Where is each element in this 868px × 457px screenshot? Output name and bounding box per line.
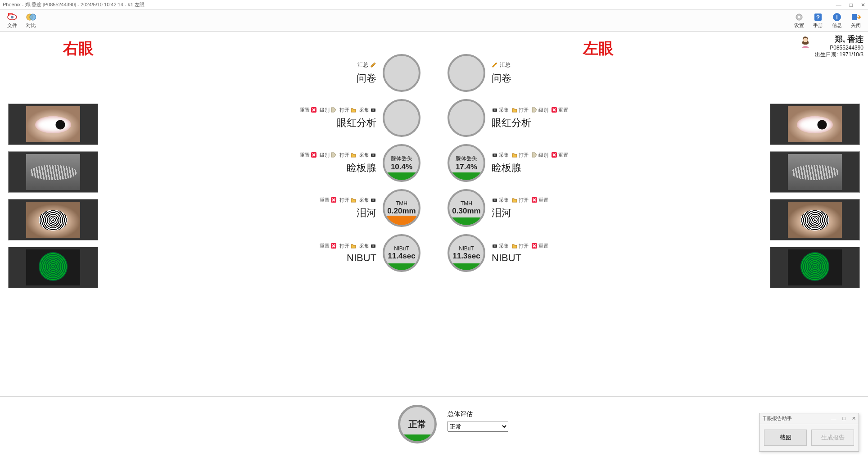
screenshot-button[interactable]: 截图: [764, 430, 807, 446]
medal-value: 17.4%: [456, 163, 477, 172]
medal-value: 11.4sec: [388, 252, 415, 261]
pencil-icon[interactable]: [492, 62, 498, 68]
capture-button[interactable]: 采集: [359, 197, 376, 204]
grade-button[interactable]: 级别: [320, 107, 337, 113]
medal-value: 0.30mm: [452, 207, 480, 216]
test-name: 泪河: [492, 206, 511, 220]
close-button[interactable]: 关闭: [846, 11, 865, 31]
generate-report-button[interactable]: 生成报告: [811, 430, 854, 446]
window-max-icon[interactable]: □: [850, 2, 853, 8]
medal-redness-left[interactable]: [448, 99, 485, 137]
thumb-meibomian-left[interactable]: [770, 151, 860, 193]
open-button[interactable]: 打开: [339, 197, 357, 204]
helper-window: 干眼报告助手 — □ ✕ 截图 生成报告: [759, 413, 859, 452]
row-nibut: 重置 打开 采集 NIBUT NiBuT 11.4sec NiBuT 11.3s…: [194, 234, 674, 272]
camera-icon: [370, 243, 376, 249]
reset-button[interactable]: 重置: [300, 152, 317, 158]
reset-button[interactable]: 重置: [551, 152, 568, 158]
capture-button[interactable]: 采集: [492, 197, 509, 204]
actions-redness-right: 重置 级别 打开 采集: [300, 107, 376, 113]
patient-info: 郑, 香连 P0855244390 出生日期: 1971/10/3: [815, 34, 863, 59]
reset-button[interactable]: 重置: [320, 243, 337, 249]
actions-tearriver-right: 重置 打开 采集: [320, 197, 376, 204]
left-thumbnails: [770, 104, 860, 288]
compare-button[interactable]: 对比: [22, 11, 41, 31]
medal-questionnaire-right[interactable]: [383, 54, 420, 92]
folder-icon: [350, 197, 357, 203]
medal-nibut-left[interactable]: NiBuT 11.3sec: [448, 234, 485, 272]
open-button[interactable]: 打开: [339, 243, 357, 249]
medal-tearriver-right[interactable]: TMH 0.20mm: [383, 189, 420, 227]
actions-nibut-right: 重置 打开 采集: [320, 243, 376, 249]
svg-point-19: [494, 109, 496, 111]
open-button[interactable]: 打开: [339, 107, 357, 113]
capture-button[interactable]: 采集: [359, 243, 376, 249]
overall-medal[interactable]: 正常: [398, 405, 437, 443]
overall-select[interactable]: 正常: [448, 421, 508, 432]
window-close-icon[interactable]: ✕: [861, 2, 865, 8]
thumb-meibomian-right[interactable]: [8, 151, 98, 193]
patient-name: 郑, 香连: [815, 34, 863, 45]
reset-button[interactable]: 重置: [531, 197, 548, 204]
tag-icon: [531, 152, 538, 158]
thumb-tearriver-right[interactable]: [8, 199, 98, 240]
svg-point-35: [372, 245, 374, 247]
capture-button[interactable]: 采集: [492, 243, 509, 249]
x-icon: [311, 107, 317, 113]
file-button[interactable]: CH 文件: [3, 11, 22, 31]
grade-button[interactable]: 级别: [531, 152, 548, 158]
overall-label: 总体评估: [448, 410, 508, 418]
capture-button[interactable]: 采集: [359, 152, 376, 158]
helper-close-icon[interactable]: ✕: [852, 416, 856, 421]
medal-caption: 腺体丢失: [456, 155, 477, 163]
open-button[interactable]: 打开: [339, 152, 357, 158]
svg-point-29: [372, 199, 374, 201]
medal-questionnaire-left[interactable]: [448, 54, 485, 92]
overall-medal-value: 正常: [408, 418, 426, 430]
helper-min-icon[interactable]: —: [831, 416, 836, 421]
close-label: 关闭: [851, 22, 861, 29]
svg-text:i: i: [836, 14, 838, 21]
window-min-icon[interactable]: —: [836, 2, 841, 8]
reset-button[interactable]: 重置: [320, 197, 337, 204]
helper-max-icon[interactable]: □: [842, 416, 845, 421]
reset-button[interactable]: 重置: [300, 107, 317, 113]
test-name: 眼红分析: [492, 116, 531, 130]
actions-nibut-left: 采集 打开 重置: [492, 243, 548, 249]
grade-button[interactable]: 级别: [531, 107, 548, 113]
avatar-icon: [799, 35, 812, 48]
folder-icon: [511, 152, 518, 158]
medal-redness-right[interactable]: [383, 99, 420, 137]
medal-caption: NiBuT: [394, 245, 409, 252]
open-button[interactable]: 打开: [511, 197, 529, 204]
medal-meibomian-right[interactable]: 腺体丢失 10.4%: [383, 144, 420, 182]
open-button[interactable]: 打开: [511, 243, 529, 249]
thumb-nibut-right[interactable]: [8, 247, 98, 288]
thumb-tearriver-left[interactable]: [770, 199, 860, 240]
reset-button[interactable]: 重置: [551, 107, 568, 113]
open-button[interactable]: 打开: [511, 107, 529, 113]
overall-assessment: 总体评估 正常: [448, 410, 508, 432]
capture-button[interactable]: 采集: [359, 107, 376, 113]
info-button[interactable]: i 信息: [827, 11, 846, 31]
thumb-redness-right[interactable]: [8, 104, 98, 145]
manual-button[interactable]: ? 手册: [809, 11, 827, 31]
pencil-icon[interactable]: [370, 62, 376, 68]
svg-text:CH: CH: [9, 13, 12, 15]
thumb-redness-left[interactable]: [770, 104, 860, 145]
medal-tearriver-left[interactable]: TMH 0.30mm: [448, 189, 485, 227]
capture-button[interactable]: 采集: [492, 152, 509, 158]
medal-nibut-right[interactable]: NiBuT 11.4sec: [383, 234, 420, 272]
medal-meibomian-left[interactable]: 腺体丢失 17.4%: [448, 144, 485, 182]
reset-button[interactable]: 重置: [531, 243, 548, 249]
open-button[interactable]: 打开: [511, 152, 529, 158]
thumb-nibut-left[interactable]: [770, 247, 860, 288]
capture-button[interactable]: 采集: [492, 107, 509, 113]
grade-button[interactable]: 级别: [320, 152, 337, 158]
exit-icon: [850, 12, 861, 22]
eye-icon: CH: [7, 12, 18, 22]
camera-icon: [492, 152, 498, 158]
x-icon: [551, 107, 557, 113]
settings-button[interactable]: 设置: [790, 11, 809, 31]
x-icon: [531, 243, 538, 249]
